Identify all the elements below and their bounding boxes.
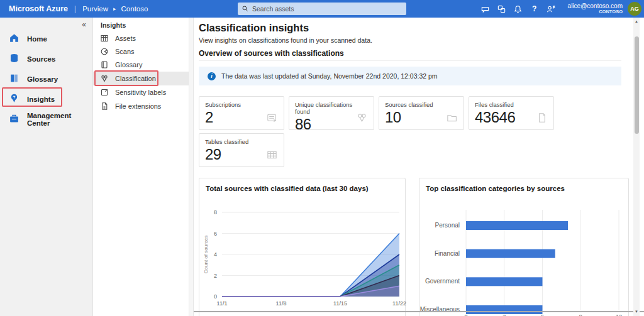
file-extensions-icon [100, 102, 109, 111]
bar-chart-title: Top classification categories by sources [426, 185, 565, 192]
svg-text:11/1: 11/1 [217, 300, 228, 307]
svg-text:12: 12 [616, 313, 622, 316]
sidebar-item-insights[interactable]: Insights [0, 90, 93, 109]
directory-switch-icon[interactable] [494, 2, 510, 16]
svg-text:6: 6 [214, 231, 217, 237]
svg-text:Personal: Personal [435, 222, 460, 229]
user-tenant: CONTOSO [568, 9, 623, 15]
scans-icon [100, 47, 109, 56]
insights-item-file-extensions[interactable]: File extensions [93, 99, 189, 113]
insights-item-assets[interactable]: Assets [93, 31, 189, 45]
stat-card-sources-classified: Sources classified 10 [379, 96, 464, 130]
svg-text:Count of sources: Count of sources [203, 236, 209, 273]
insights-sidebar: Insights Assets Scans Glossary Classific… [93, 18, 189, 316]
assets-grid-icon [100, 34, 109, 43]
section-heading: Overview of sources with classifications [199, 49, 344, 58]
breadcrumb-org[interactable]: Contoso [121, 5, 148, 13]
area-chart-title: Total sources with classified data (last… [206, 185, 369, 192]
search-box[interactable] [238, 3, 406, 15]
categories-bar-chart: 036912PersonalFinancialGovernmentMiscell… [419, 192, 630, 316]
sidebar-collapse-icon[interactable]: « [82, 20, 86, 29]
breadcrumb-chevron-icon: ▸ [113, 6, 116, 12]
feedback-icon[interactable] [543, 2, 559, 16]
database-icon [9, 53, 19, 66]
insights-item-sensitivity-labels[interactable]: Sensitivity labels [93, 85, 189, 99]
insights-item-classification[interactable]: Classification [93, 72, 189, 85]
topbar-actions: ? alice@contoso.com CONTOSO AG [477, 0, 644, 18]
menu-scrollbar-track[interactable] [189, 18, 194, 316]
svg-text:Government: Government [425, 278, 460, 285]
scroll-up-icon[interactable]: ▲ [633, 19, 640, 23]
note-icon [266, 112, 278, 124]
stat-card-files-classified: Files classified 43646 [469, 96, 554, 130]
svg-text:Financial: Financial [435, 250, 460, 257]
help-icon[interactable]: ? [526, 2, 543, 16]
file-icon [536, 112, 548, 124]
insights-balloon-icon [9, 93, 19, 106]
breadcrumb-product[interactable]: Purview [82, 5, 108, 13]
scrollbar-thumb[interactable] [635, 36, 639, 134]
account-info[interactable]: alice@contoso.com CONTOSO [568, 3, 623, 15]
insights-item-glossary[interactable]: Glossary [93, 58, 189, 72]
classification-icon [100, 74, 109, 83]
svg-text:0: 0 [214, 293, 217, 300]
briefcase-icon [9, 113, 19, 126]
top-bar: Microsoft Azure | Purview ▸ Contoso ? [0, 0, 644, 18]
home-icon [9, 33, 19, 46]
svg-text:11/8: 11/8 [276, 300, 287, 307]
page-title: Classification insights [199, 22, 309, 34]
sidebar-item-home[interactable]: Home [0, 30, 93, 48]
primary-sidebar: « Home Sources Glossary Insights [0, 18, 93, 316]
brand-divider: | [74, 4, 76, 13]
stat-card-subscriptions: Subscriptions 2 [199, 96, 284, 130]
last-updated-banner: i The data was last updated at Sunday, N… [199, 67, 621, 85]
svg-text:11/15: 11/15 [333, 300, 347, 307]
breadcrumb: Microsoft Azure | Purview ▸ Contoso [9, 4, 148, 13]
sources-area-chart-card: Total sources with classified data (last… [199, 178, 406, 316]
svg-text:11/22: 11/22 [392, 300, 406, 307]
insights-item-scans[interactable]: Scans [93, 45, 189, 58]
info-icon: i [208, 72, 216, 80]
announcement-icon[interactable] [477, 2, 494, 16]
table-icon [266, 149, 278, 161]
sidebar-item-sources[interactable]: Sources [0, 50, 93, 68]
azure-brand[interactable]: Microsoft Azure [9, 4, 68, 13]
last-updated-text: The data was last updated at Sunday, Nov… [221, 72, 438, 80]
notifications-icon[interactable] [510, 2, 526, 16]
sidebar-item-glossary[interactable]: Glossary [0, 70, 93, 89]
vertical-scrollbar[interactable]: ▲ ▼ [633, 18, 640, 316]
svg-text:2: 2 [214, 273, 217, 279]
svg-text:4: 4 [214, 251, 217, 258]
sources-area-chart: 0246811/111/811/1511/22Count of sources [199, 192, 406, 316]
insights-sidebar-header: Insights [101, 21, 126, 29]
stat-card-unique-classifications: Unique classifications found 86 [289, 96, 374, 130]
search-icon [242, 5, 249, 13]
glossary-book-icon [100, 60, 109, 69]
svg-text:9: 9 [579, 313, 582, 316]
folder-icon [446, 112, 458, 124]
sensitivity-labels-icon [100, 88, 109, 97]
search-input[interactable] [252, 5, 402, 13]
purview-window: Microsoft Azure | Purview ▸ Contoso ? [0, 0, 644, 316]
stat-card-tables-classified: Tables classified 29 [199, 133, 284, 167]
page-subtitle: View insights on classifications found i… [199, 36, 372, 44]
book-icon [9, 73, 19, 86]
svg-text:8: 8 [214, 209, 217, 215]
avatar[interactable]: AG [628, 2, 641, 16]
section-divider [199, 60, 621, 61]
sidebar-item-management-center[interactable]: Management Center [0, 110, 93, 129]
classification-icon [356, 112, 368, 124]
main-content: Classification insights View insights on… [194, 18, 633, 316]
scroll-down-icon[interactable]: ▼ [633, 310, 640, 313]
categories-bar-chart-card: Top classification categories by sources… [419, 178, 629, 316]
